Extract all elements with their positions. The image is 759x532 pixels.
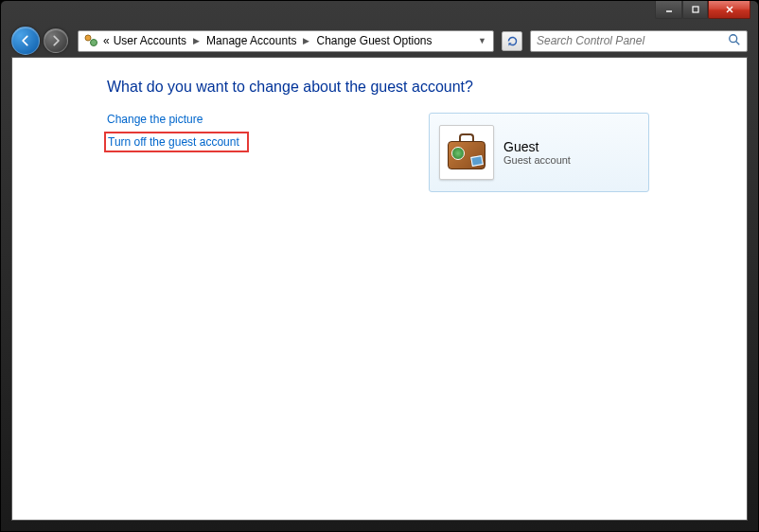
chevron-right-icon[interactable]: ▶ xyxy=(188,36,204,45)
turn-off-guest-link[interactable]: Turn off the guest account xyxy=(104,132,249,152)
forward-button[interactable] xyxy=(44,28,68,53)
breadcrumb-item[interactable]: Change Guest Options xyxy=(314,34,433,47)
svg-point-4 xyxy=(85,35,91,41)
navigation-bar: « User Accounts ▶ Manage Accounts ▶ Chan… xyxy=(11,27,748,55)
account-info: Guest Guest account xyxy=(503,139,571,166)
breadcrumb-item[interactable]: Manage Accounts xyxy=(204,34,298,47)
dropdown-icon[interactable]: ▼ xyxy=(473,36,491,45)
page-title: What do you want to change about the gue… xyxy=(107,79,747,96)
search-icon[interactable] xyxy=(728,33,741,49)
change-picture-link[interactable]: Change the picture xyxy=(107,113,410,126)
svg-line-7 xyxy=(736,41,740,44)
svg-point-5 xyxy=(91,40,97,46)
search-input[interactable] xyxy=(537,34,728,47)
chevron-right-icon[interactable]: ▶ xyxy=(298,36,314,45)
window-frame: « User Accounts ▶ Manage Accounts ▶ Chan… xyxy=(0,0,759,532)
account-type: Guest account xyxy=(503,154,571,166)
account-name: Guest xyxy=(503,139,571,154)
address-bar[interactable]: « User Accounts ▶ Manage Accounts ▶ Chan… xyxy=(78,30,494,52)
guest-suitcase-icon xyxy=(446,133,487,171)
close-button[interactable] xyxy=(708,1,750,19)
account-card[interactable]: Guest Guest account xyxy=(429,113,649,192)
content-row: Change the picture Turn off the guest ac… xyxy=(107,113,747,192)
action-links: Change the picture Turn off the guest ac… xyxy=(107,113,410,158)
svg-point-6 xyxy=(730,34,737,42)
breadcrumb-prefix[interactable]: « xyxy=(101,34,112,47)
svg-rect-1 xyxy=(693,7,698,12)
breadcrumb-item[interactable]: User Accounts xyxy=(112,34,188,47)
account-avatar xyxy=(439,125,494,180)
minimize-button[interactable] xyxy=(655,1,682,19)
page-body: What do you want to change about the gue… xyxy=(12,58,747,192)
refresh-button[interactable] xyxy=(502,31,522,51)
maximize-button[interactable] xyxy=(682,1,708,19)
back-button[interactable] xyxy=(11,27,40,55)
window-controls xyxy=(655,1,750,19)
search-box[interactable] xyxy=(530,30,748,52)
content-area: What do you want to change about the gue… xyxy=(11,57,748,521)
control-panel-icon xyxy=(82,32,99,49)
